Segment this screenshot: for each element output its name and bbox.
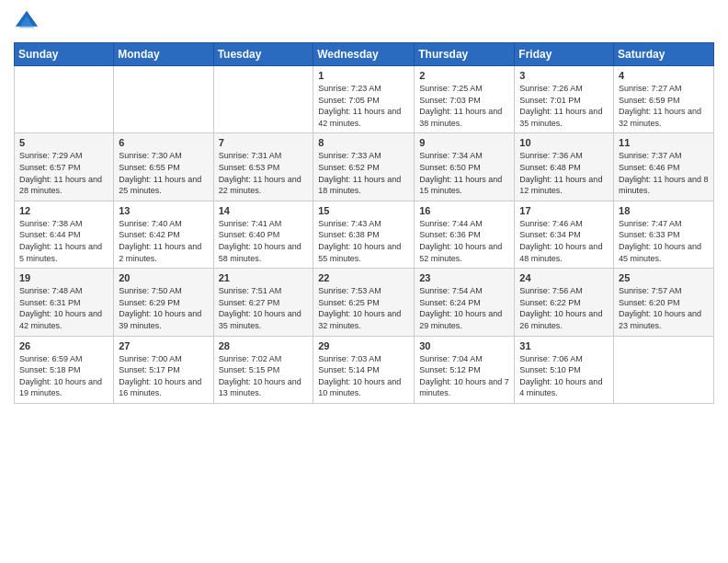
weekday-header-saturday: Saturday	[614, 43, 714, 66]
day-number: 31	[519, 340, 609, 351]
day-number: 7	[219, 137, 309, 148]
day-info: Sunrise: 7:06 AM Sunset: 5:10 PM Dayligh…	[519, 353, 609, 399]
calendar-week-row: 19Sunrise: 7:48 AM Sunset: 6:31 PM Dayli…	[15, 269, 714, 336]
weekday-header-row: SundayMondayTuesdayWednesdayThursdayFrid…	[15, 43, 714, 66]
calendar-cell: 23Sunrise: 7:54 AM Sunset: 6:24 PM Dayli…	[415, 269, 515, 336]
calendar-cell: 6Sunrise: 7:30 AM Sunset: 6:55 PM Daylig…	[114, 133, 213, 201]
day-info: Sunrise: 7:40 AM Sunset: 6:42 PM Dayligh…	[119, 218, 208, 264]
day-info: Sunrise: 7:41 AM Sunset: 6:40 PM Dayligh…	[219, 218, 309, 264]
calendar-cell: 15Sunrise: 7:43 AM Sunset: 6:38 PM Dayli…	[313, 201, 415, 268]
calendar-cell: 4Sunrise: 7:27 AM Sunset: 6:59 PM Daylig…	[614, 66, 714, 133]
day-info: Sunrise: 7:37 AM Sunset: 6:46 PM Dayligh…	[619, 150, 709, 196]
calendar-cell: 21Sunrise: 7:51 AM Sunset: 6:27 PM Dayli…	[213, 269, 313, 336]
day-number: 17	[519, 205, 609, 216]
calendar-cell: 26Sunrise: 6:59 AM Sunset: 5:18 PM Dayli…	[15, 336, 114, 403]
day-number: 26	[19, 340, 108, 351]
day-info: Sunrise: 7:57 AM Sunset: 6:20 PM Dayligh…	[619, 285, 709, 331]
day-number: 10	[519, 137, 609, 148]
day-info: Sunrise: 7:56 AM Sunset: 6:22 PM Dayligh…	[519, 285, 609, 331]
day-number: 28	[219, 340, 309, 351]
calendar-cell: 24Sunrise: 7:56 AM Sunset: 6:22 PM Dayli…	[515, 269, 614, 336]
calendar-cell: 1Sunrise: 7:23 AM Sunset: 7:05 PM Daylig…	[313, 66, 415, 133]
calendar-cell: 7Sunrise: 7:31 AM Sunset: 6:53 PM Daylig…	[213, 133, 313, 201]
day-number: 12	[19, 205, 108, 216]
day-info: Sunrise: 7:03 AM Sunset: 5:14 PM Dayligh…	[318, 353, 409, 399]
day-info: Sunrise: 7:25 AM Sunset: 7:03 PM Dayligh…	[419, 83, 509, 129]
header	[14, 9, 714, 35]
calendar-cell: 29Sunrise: 7:03 AM Sunset: 5:14 PM Dayli…	[313, 336, 415, 403]
calendar-cell: 3Sunrise: 7:26 AM Sunset: 7:01 PM Daylig…	[515, 66, 614, 133]
day-number: 25	[619, 272, 709, 283]
day-number: 11	[619, 137, 709, 148]
page: SundayMondayTuesdayWednesdayThursdayFrid…	[0, 0, 728, 563]
logo-icon	[14, 9, 40, 35]
weekday-header-thursday: Thursday	[415, 43, 515, 66]
day-number: 5	[19, 137, 108, 148]
day-info: Sunrise: 7:54 AM Sunset: 6:24 PM Dayligh…	[419, 285, 509, 331]
day-number: 21	[219, 272, 309, 283]
day-info: Sunrise: 7:38 AM Sunset: 6:44 PM Dayligh…	[19, 218, 108, 264]
day-number: 8	[318, 137, 409, 148]
day-number: 30	[419, 340, 509, 351]
day-number: 9	[419, 137, 509, 148]
calendar-cell: 17Sunrise: 7:46 AM Sunset: 6:34 PM Dayli…	[515, 201, 614, 268]
calendar-cell: 22Sunrise: 7:53 AM Sunset: 6:25 PM Dayli…	[313, 269, 415, 336]
day-number: 22	[318, 272, 409, 283]
day-number: 29	[318, 340, 409, 351]
calendar-cell: 30Sunrise: 7:04 AM Sunset: 5:12 PM Dayli…	[415, 336, 515, 403]
day-info: Sunrise: 7:46 AM Sunset: 6:34 PM Dayligh…	[519, 218, 609, 264]
day-number: 14	[219, 205, 309, 216]
calendar-cell	[213, 66, 313, 133]
calendar-week-row: 5Sunrise: 7:29 AM Sunset: 6:57 PM Daylig…	[15, 133, 714, 201]
calendar-cell: 25Sunrise: 7:57 AM Sunset: 6:20 PM Dayli…	[614, 269, 714, 336]
day-info: Sunrise: 7:31 AM Sunset: 6:53 PM Dayligh…	[219, 150, 309, 196]
day-info: Sunrise: 7:26 AM Sunset: 7:01 PM Dayligh…	[519, 83, 609, 129]
day-number: 19	[19, 272, 108, 283]
day-number: 13	[119, 205, 208, 216]
day-number: 1	[318, 70, 409, 81]
day-number: 6	[119, 137, 208, 148]
day-info: Sunrise: 7:48 AM Sunset: 6:31 PM Dayligh…	[19, 285, 108, 331]
calendar-cell: 28Sunrise: 7:02 AM Sunset: 5:15 PM Dayli…	[213, 336, 313, 403]
calendar-cell	[614, 336, 714, 403]
day-number: 2	[419, 70, 509, 81]
calendar-cell: 18Sunrise: 7:47 AM Sunset: 6:33 PM Dayli…	[614, 201, 714, 268]
day-info: Sunrise: 7:23 AM Sunset: 7:05 PM Dayligh…	[318, 83, 409, 129]
day-number: 20	[119, 272, 208, 283]
calendar-cell: 5Sunrise: 7:29 AM Sunset: 6:57 PM Daylig…	[15, 133, 114, 201]
day-number: 18	[619, 205, 709, 216]
day-number: 4	[619, 70, 709, 81]
day-number: 16	[419, 205, 509, 216]
day-info: Sunrise: 7:02 AM Sunset: 5:15 PM Dayligh…	[219, 353, 309, 399]
day-info: Sunrise: 7:43 AM Sunset: 6:38 PM Dayligh…	[318, 218, 409, 264]
calendar-cell: 11Sunrise: 7:37 AM Sunset: 6:46 PM Dayli…	[614, 133, 714, 201]
calendar-week-row: 26Sunrise: 6:59 AM Sunset: 5:18 PM Dayli…	[15, 336, 714, 403]
calendar-table: SundayMondayTuesdayWednesdayThursdayFrid…	[14, 42, 714, 404]
calendar-cell: 13Sunrise: 7:40 AM Sunset: 6:42 PM Dayli…	[114, 201, 213, 268]
calendar-cell: 31Sunrise: 7:06 AM Sunset: 5:10 PM Dayli…	[515, 336, 614, 403]
calendar-cell: 2Sunrise: 7:25 AM Sunset: 7:03 PM Daylig…	[415, 66, 515, 133]
calendar-cell: 14Sunrise: 7:41 AM Sunset: 6:40 PM Dayli…	[213, 201, 313, 268]
calendar-cell: 19Sunrise: 7:48 AM Sunset: 6:31 PM Dayli…	[15, 269, 114, 336]
day-info: Sunrise: 7:47 AM Sunset: 6:33 PM Dayligh…	[619, 218, 709, 264]
day-number: 24	[519, 272, 609, 283]
day-info: Sunrise: 7:29 AM Sunset: 6:57 PM Dayligh…	[19, 150, 108, 196]
weekday-header-monday: Monday	[114, 43, 213, 66]
calendar-cell: 12Sunrise: 7:38 AM Sunset: 6:44 PM Dayli…	[15, 201, 114, 268]
calendar-cell: 9Sunrise: 7:34 AM Sunset: 6:50 PM Daylig…	[415, 133, 515, 201]
calendar-week-row: 12Sunrise: 7:38 AM Sunset: 6:44 PM Dayli…	[15, 201, 714, 268]
calendar-cell: 8Sunrise: 7:33 AM Sunset: 6:52 PM Daylig…	[313, 133, 415, 201]
calendar-week-row: 1Sunrise: 7:23 AM Sunset: 7:05 PM Daylig…	[15, 66, 714, 133]
calendar-cell: 20Sunrise: 7:50 AM Sunset: 6:29 PM Dayli…	[114, 269, 213, 336]
day-info: Sunrise: 7:53 AM Sunset: 6:25 PM Dayligh…	[318, 285, 409, 331]
weekday-header-sunday: Sunday	[15, 43, 114, 66]
day-info: Sunrise: 7:36 AM Sunset: 6:48 PM Dayligh…	[519, 150, 609, 196]
weekday-header-wednesday: Wednesday	[313, 43, 415, 66]
day-info: Sunrise: 7:44 AM Sunset: 6:36 PM Dayligh…	[419, 218, 509, 264]
day-number: 15	[318, 205, 409, 216]
day-info: Sunrise: 7:04 AM Sunset: 5:12 PM Dayligh…	[419, 353, 509, 399]
day-number: 27	[119, 340, 208, 351]
day-info: Sunrise: 7:33 AM Sunset: 6:52 PM Dayligh…	[318, 150, 409, 196]
calendar-cell: 10Sunrise: 7:36 AM Sunset: 6:48 PM Dayli…	[515, 133, 614, 201]
weekday-header-tuesday: Tuesday	[213, 43, 313, 66]
